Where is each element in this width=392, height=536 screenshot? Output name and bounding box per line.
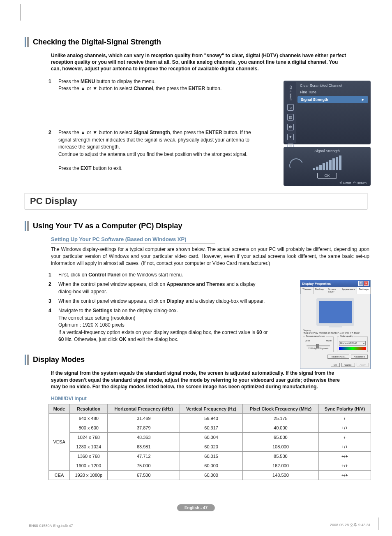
cancel-button: Cancel: [341, 363, 355, 367]
cell: 40.000: [243, 423, 319, 432]
step-text: Press the ▲ or ▼ button to select Signal…: [58, 129, 262, 172]
cell: 1024 x 768: [70, 432, 108, 442]
cell: 60.020: [180, 442, 243, 451]
osd-row: Clear Scrambled Channel: [297, 82, 369, 89]
cell: 60.004: [180, 432, 243, 442]
section2-title: Using Your TV as a Computer (PC) Display: [33, 221, 182, 231]
margin-marker: [378, 517, 379, 530]
step-text: Press the MENU button to display the men…: [58, 78, 262, 93]
cell: 85.500: [243, 451, 319, 461]
cell: 63.981: [108, 442, 180, 451]
col-header: Resolution: [70, 404, 108, 413]
cell: +/+: [318, 461, 371, 470]
cell: 1600 x 1200: [70, 461, 108, 470]
cell: 37.879: [108, 423, 180, 432]
cell: 67.500: [108, 470, 180, 480]
col-header: Vertical Frequency (Hz): [180, 404, 243, 413]
col-header: Mode: [49, 404, 70, 413]
table-row: 1360 x 76847.71260.01585.500+/+: [49, 451, 371, 461]
monitor-icon: [316, 298, 354, 326]
section2-steps: 1 First, click on Control Panel on the W…: [48, 271, 270, 343]
col-header: Horizontal Frequency (kHz): [108, 404, 180, 413]
cell: VESA: [49, 413, 70, 470]
apply-button: Apply: [357, 363, 369, 367]
cell: 640 x 480: [70, 413, 108, 423]
cell: +/+: [318, 451, 371, 461]
cell: 31.469: [108, 413, 180, 423]
cell: +/+: [318, 470, 371, 480]
fieldset-resolution: Screen resolution LessMore 1280 by 768 p…: [303, 336, 334, 352]
section3-intro: If the signal from the system equals the…: [51, 370, 347, 390]
winxp-title-text: Display Properties: [302, 282, 331, 285]
section2-intro: The Windows display-settings for a typic…: [51, 246, 369, 267]
table-row: CEA1920 x 1080p67.50060.000148.500+/+: [49, 470, 371, 480]
col-header: Sync Polarity (H/V): [318, 404, 371, 413]
osd-channel-menu: Channel ⌕ ▤ ✲ ✈ ☰ Clear Scrambled Channe…: [284, 81, 371, 144]
tab-themes: Themes: [300, 287, 314, 294]
cell: 60.000: [180, 461, 243, 470]
cell: -/-: [318, 432, 371, 442]
tab-appearance: Appearance: [340, 287, 357, 294]
cell: 59.940: [180, 413, 243, 423]
heading-bar-2: [27, 355, 29, 365]
table-row: VESA640 x 48031.46959.94025.175-/-: [49, 413, 371, 423]
heading-bar-1: [25, 355, 26, 365]
col-header: Pixel Clock Frequency (MHz): [243, 404, 319, 413]
section1-heading: Checking the Digital-Signal Strength: [25, 37, 367, 47]
osd-side-label: Channel: [289, 86, 293, 101]
antenna-icon: ▤: [287, 114, 294, 121]
footer-right: 2008-05-28 오후 9:43:31: [330, 522, 371, 528]
heading-bar-2: [27, 221, 29, 231]
osd-row-selected: Signal Strength►: [297, 96, 368, 103]
cell: 148.500: [243, 470, 319, 480]
osd-signal-strength: Signal Strength OK ⏎ Enter ↶ Return: [284, 147, 371, 186]
section1-intro: Unlike analog channels, which can vary i…: [51, 52, 347, 72]
section3-title: Display Modes: [33, 355, 85, 365]
cell: 65.000: [243, 432, 319, 442]
heading-bar-1: [25, 221, 26, 231]
major-title: PC Display: [30, 196, 362, 207]
broadcast-icon: ✈: [287, 134, 294, 140]
margin-marker: [20, 4, 21, 21]
tab-desktop: Desktop: [313, 287, 326, 294]
cell: 162.000: [243, 461, 319, 470]
cell: 60.015: [180, 451, 243, 461]
winxp-titlebar-buttons: ?×: [358, 281, 369, 286]
gear-icon: ✲: [287, 124, 294, 130]
table-row: 800 x 60037.87960.31740.000+/+: [49, 423, 371, 432]
osd-ok-button: OK: [317, 173, 337, 179]
fieldset-color: Color quality Highest (32 bit)▾: [337, 336, 368, 352]
advanced-button: Advanced: [351, 355, 368, 359]
section2-heading: Using Your TV as a Computer (PC) Display: [25, 221, 367, 231]
heading-bar-2: [27, 37, 29, 47]
cell: 75.000: [108, 461, 180, 470]
heading-bar-1: [25, 37, 26, 47]
section1-title: Checking the Digital-Signal Strength: [33, 37, 161, 47]
close-icon: ×: [364, 281, 369, 286]
cell: 60.317: [180, 423, 243, 432]
cell: 108.000: [243, 442, 319, 451]
troubleshoot-button: Troubleshoot...: [327, 355, 350, 359]
winxp-tabs: Themes Desktop Screen Saver Appearance S…: [300, 287, 370, 294]
cell: 1280 x 1024: [70, 442, 108, 451]
ok-button: OK: [331, 363, 340, 367]
cell: 60.000: [180, 470, 243, 480]
table-row: 1024 x 76848.36360.00465.000-/-: [49, 432, 371, 442]
cell: CEA: [49, 470, 70, 480]
osd-footer: ⏎ Enter ↶ Return: [339, 181, 367, 185]
cell: 800 x 600: [70, 423, 108, 432]
cell: 1360 x 768: [70, 451, 108, 461]
table-row: 1600 x 120075.00060.000162.000+/+: [49, 461, 371, 470]
cell: 48.363: [108, 432, 180, 442]
major-heading-box: PC Display: [25, 193, 367, 209]
cell: 47.712: [108, 451, 180, 461]
osd2-title: Signal Strength: [284, 147, 371, 153]
cell: 1920 x 1080p: [70, 470, 108, 480]
page-footer-pill: English - 47: [177, 504, 215, 511]
section1-steps: 1 Press the MENU button to display the m…: [48, 78, 262, 172]
section2-subtitle: Setting Up Your PC Software (Based on Wi…: [51, 236, 215, 244]
table-row: 1280 x 102463.98160.020108.000+/+: [49, 442, 371, 451]
tab-settings: Settings: [357, 287, 371, 294]
step-number: 2: [48, 129, 58, 172]
cell: -/-: [318, 413, 371, 423]
